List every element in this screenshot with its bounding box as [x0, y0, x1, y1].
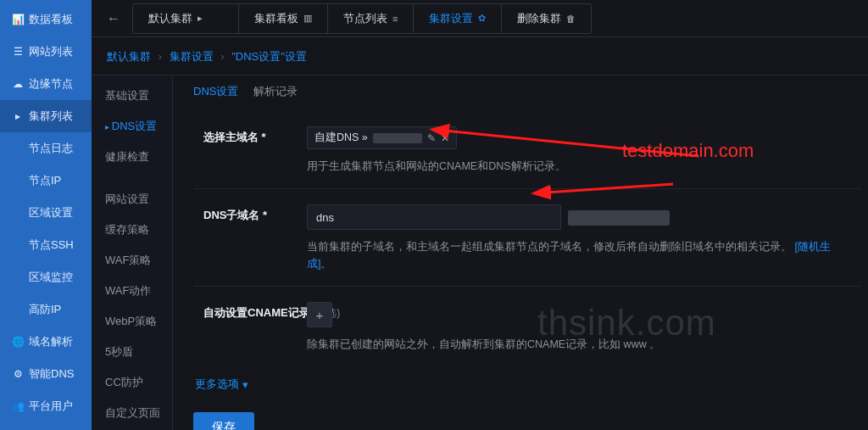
- crumb-cluster[interactable]: 默认集群: [107, 50, 151, 63]
- row-select-domain: 选择主域名 * 自建DNS » ✎ ✕ 用于生成集群节点和网站的CNAME和DN…: [193, 111, 861, 189]
- subnav-cache[interactable]: 缓存策略: [92, 215, 172, 245]
- list-icon: ☰: [12, 46, 24, 58]
- subnav-webp[interactable]: WebP策略: [92, 306, 172, 337]
- subnav-waf-action[interactable]: WAF动作: [92, 276, 172, 306]
- subnav-basic[interactable]: 基础设置: [92, 81, 172, 111]
- nav-smart-dns[interactable]: ⚙智能DNS: [0, 358, 92, 390]
- list-icon: ≡: [392, 14, 398, 24]
- tab-default-cluster[interactable]: 默认集群 ▸: [133, 4, 218, 33]
- nav-high-defense-ip[interactable]: 高防IP: [0, 293, 92, 326]
- tab-delete-cluster[interactable]: 删除集群🗑: [501, 4, 591, 33]
- tab-cluster-dashboard[interactable]: 集群看板▥: [238, 4, 327, 33]
- main-nav: 📊数据看板 ☰网站列表 ☁边缘节点 ▸集群列表 节点日志 节点IP 区域设置 节…: [0, 0, 92, 430]
- content-area: DNS设置 解析记录 选择主域名 * 自建DNS » ✎ ✕: [173, 75, 868, 430]
- nav-node-ip[interactable]: 节点IP: [0, 165, 92, 197]
- subnav-waf-policy[interactable]: WAF策略: [92, 245, 172, 276]
- inner-tab-records[interactable]: 解析记录: [253, 84, 298, 99]
- subnav-site-settings[interactable]: 网站设置: [92, 184, 172, 215]
- subnav-5sec[interactable]: 5秒盾: [92, 337, 172, 367]
- crumb-dns-settings[interactable]: "DNS设置"设置: [231, 50, 307, 63]
- help-auto-cname: 除集群已创建的网站之外，自动解析到集群的CNAME记录，比如 www 。: [307, 336, 846, 353]
- row-auto-cname: 自动设置CNAME记录 (可选) + 除集群已创建的网站之外，自动解析到集群的C…: [193, 287, 861, 366]
- cluster-tab-group: 默认集群 ▸ 集群看板▥ 节点列表≡ 集群设置✿ 删除集群🗑: [132, 3, 592, 34]
- help-dns-subdomain: 当前集群的子域名，和主域名一起组成集群节点的子域名，修改后将自动删除旧域名中的相…: [307, 238, 846, 272]
- subnav-cc[interactable]: CC防护: [92, 367, 172, 398]
- crumb-settings[interactable]: 集群设置: [170, 50, 214, 63]
- nav-finance[interactable]: ¥财务管理: [0, 422, 92, 430]
- tab-cluster-settings[interactable]: 集群设置✿: [413, 4, 501, 33]
- nav-cluster-list[interactable]: ▸集群列表: [0, 100, 92, 132]
- back-button[interactable]: ←: [98, 11, 129, 26]
- domain-chip[interactable]: 自建DNS » ✎ ✕: [307, 126, 457, 149]
- globe-icon: 🌐: [12, 336, 24, 348]
- inner-tabs: DNS设置 解析记录: [193, 84, 861, 108]
- nav-edge-nodes[interactable]: ☁边缘节点: [0, 68, 92, 100]
- subnav-health[interactable]: 健康检查: [92, 142, 172, 172]
- chevron-right-icon: ▸: [12, 110, 24, 122]
- tab-node-list[interactable]: 节点列表≡: [327, 4, 413, 33]
- nav-node-log[interactable]: 节点日志: [0, 132, 92, 165]
- cloud-icon: ☁: [12, 78, 24, 90]
- dashboard-icon: 📊: [12, 14, 24, 25]
- subnav-dns[interactable]: DNS设置: [92, 111, 172, 142]
- nav-dns-resolve[interactable]: 🌐域名解析: [0, 326, 92, 358]
- subnav-custom-page[interactable]: 自定义页面: [92, 398, 172, 428]
- more-options-toggle[interactable]: 更多选项 ▾: [193, 366, 861, 402]
- gear-icon: ⚙: [12, 368, 24, 380]
- top-tab-bar: ← 默认集群 ▸ 集群看板▥ 节点列表≡ 集群设置✿ 删除集群🗑: [92, 0, 868, 37]
- trash-icon: 🗑: [566, 14, 576, 24]
- inner-tab-dns[interactable]: DNS设置: [193, 84, 238, 99]
- chevron-down-icon: ▾: [242, 378, 248, 391]
- nav-region-monitor[interactable]: 区域监控: [0, 261, 92, 293]
- chart-icon: ▥: [303, 13, 312, 24]
- help-select-domain: 用于生成集群节点和网站的CNAME和DNS解析记录。: [307, 158, 846, 175]
- users-icon: 👥: [12, 400, 24, 412]
- nav-region-settings[interactable]: 区域设置: [0, 197, 92, 229]
- save-button[interactable]: 保存: [193, 412, 254, 430]
- close-icon[interactable]: ✕: [441, 132, 449, 144]
- label-auto-cname: 自动设置CNAME记录 (可选): [203, 302, 298, 321]
- nav-platform-users[interactable]: 👥平台用户: [0, 390, 92, 422]
- nav-data-dashboard[interactable]: 📊数据看板: [0, 3, 92, 36]
- redacted-suffix: [568, 210, 670, 226]
- breadcrumb: 默认集群 › 集群设置 › "DNS设置"设置: [92, 37, 868, 75]
- settings-subnav: 基础设置 DNS设置 健康检查 网站设置 缓存策略 WAF策略 WAF动作 We…: [92, 75, 173, 430]
- label-select-domain: 选择主域名 *: [203, 126, 298, 145]
- gear-icon: ✿: [478, 13, 486, 24]
- add-cname-button[interactable]: +: [307, 302, 332, 327]
- chevron-right-icon: ▸: [198, 13, 203, 24]
- nav-node-ssh[interactable]: 节点SSH: [0, 229, 92, 261]
- edit-icon[interactable]: ✎: [427, 132, 436, 144]
- redacted-domain: [373, 133, 422, 143]
- nav-site-list[interactable]: ☰网站列表: [0, 36, 92, 68]
- label-dns-subdomain: DNS子域名 *: [203, 204, 298, 223]
- dns-subdomain-input[interactable]: [307, 204, 561, 230]
- row-dns-subdomain: DNS子域名 * 当前集群的子域名，和主域名一起组成集群节点的子域名，修改后将自…: [193, 189, 861, 287]
